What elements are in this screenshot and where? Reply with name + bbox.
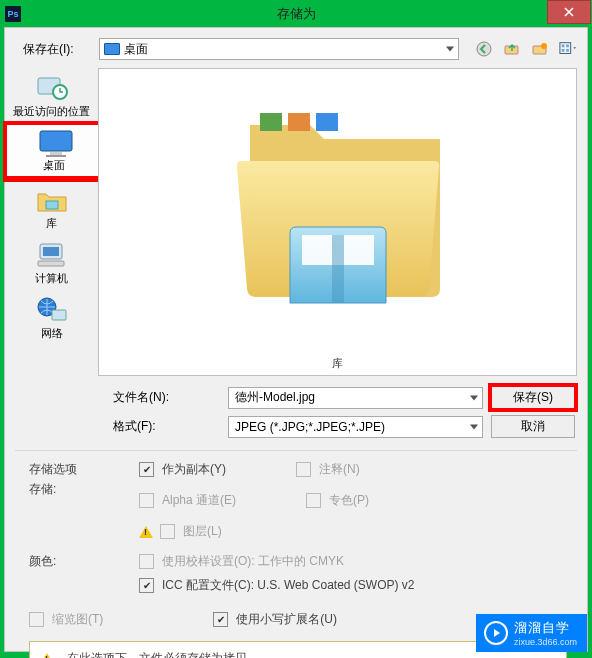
close-icon (564, 7, 574, 17)
libraries-large-icon (218, 77, 458, 317)
place-network[interactable]: 网络 (5, 292, 98, 347)
watermark-brand: 溜溜自学 (514, 620, 570, 635)
location-combo[interactable]: 桌面 (99, 38, 459, 60)
spot-label: 专色(P) (329, 492, 369, 509)
spot-checkbox (306, 493, 321, 508)
as-copy-checkbox[interactable]: ✔ (139, 462, 154, 477)
alpha-checkbox (139, 493, 154, 508)
save-in-label: 保存在(I): (23, 41, 93, 58)
close-button[interactable] (547, 0, 591, 24)
computer-icon (34, 241, 70, 269)
place-libraries[interactable]: 库 (5, 182, 98, 237)
new-folder-icon (532, 41, 548, 57)
svg-rect-12 (50, 152, 62, 155)
svg-rect-14 (46, 201, 58, 209)
svg-rect-16 (43, 247, 59, 256)
info-message: 在此选项下，文件必须存储为拷贝。 (67, 650, 259, 658)
layers-checkbox (160, 524, 175, 539)
svg-rect-5 (562, 45, 565, 48)
titlebar: Ps 存储为 (1, 1, 591, 27)
place-computer[interactable]: 计算机 (5, 237, 98, 292)
color-label: 颜色: (29, 553, 87, 601)
warning-icon (139, 526, 153, 538)
place-desktop-label: 桌面 (7, 158, 101, 173)
store-options-heading: 存储选项 (29, 461, 87, 478)
svg-rect-11 (40, 131, 72, 151)
place-network-label: 网络 (5, 326, 98, 341)
alpha-label: Alpha 通道(E) (162, 492, 236, 509)
layers-label: 图层(L) (183, 523, 222, 540)
filename-label: 文件名(N): (97, 389, 188, 406)
filename-input[interactable]: 德州-Model.jpg (228, 387, 483, 409)
store-label: 存储: (29, 481, 87, 498)
filename-value: 德州-Model.jpg (235, 389, 315, 406)
play-icon (484, 621, 508, 645)
location-value: 桌面 (124, 41, 148, 58)
network-icon (34, 296, 70, 324)
selected-item[interactable] (218, 69, 458, 320)
svg-rect-13 (46, 155, 66, 157)
file-browser-content[interactable]: 库 (98, 68, 577, 376)
svg-point-0 (477, 42, 491, 56)
recent-places-icon (34, 74, 70, 102)
svg-rect-22 (316, 113, 338, 131)
back-button[interactable] (475, 40, 493, 58)
libraries-icon (34, 186, 70, 214)
svg-point-3 (541, 43, 547, 49)
svg-rect-17 (38, 261, 64, 266)
format-combo[interactable]: JPEG (*.JPG;*.JPEG;*.JPE) (228, 416, 483, 438)
places-bar: 最近访问的位置 桌面 库 计算机 网络 (5, 66, 98, 376)
lowercase-ext-checkbox[interactable]: ✔ (213, 612, 228, 627)
format-value: JPEG (*.JPG;*.JPEG;*.JPE) (235, 420, 385, 434)
watermark-badge: 溜溜自学 zixue.3d66.com (476, 614, 587, 652)
format-label: 格式(F): (97, 418, 188, 435)
desktop-icon (36, 128, 76, 158)
app-icon: Ps (5, 6, 21, 22)
warning-icon (40, 653, 54, 659)
thumbnail-checkbox (29, 612, 44, 627)
svg-rect-19 (52, 310, 66, 320)
use-proof-checkbox (139, 554, 154, 569)
svg-rect-20 (260, 113, 282, 131)
icc-profile-checkbox[interactable]: ✔ (139, 578, 154, 593)
window-title: 存储为 (1, 5, 591, 23)
use-proof-label: 使用校样设置(O): 工作中的 CMYK (162, 553, 344, 570)
place-recent[interactable]: 最近访问的位置 (5, 70, 98, 125)
desktop-icon (104, 43, 120, 55)
chevron-down-icon (470, 424, 478, 429)
place-recent-label: 最近访问的位置 (5, 104, 98, 119)
as-copy-label: 作为副本(Y) (162, 461, 226, 478)
svg-rect-4 (560, 43, 571, 54)
watermark-url: zixue.3d66.com (514, 637, 577, 647)
svg-rect-24 (332, 235, 344, 303)
lowercase-ext-label: 使用小写扩展名(U) (236, 611, 337, 628)
folder-up-icon (504, 41, 520, 57)
chevron-down-icon (446, 47, 454, 52)
view-icon (559, 41, 577, 57)
view-menu-button[interactable] (559, 40, 577, 58)
svg-rect-21 (288, 113, 310, 131)
chevron-down-icon (470, 395, 478, 400)
notes-label: 注释(N) (319, 461, 360, 478)
icc-profile-label: ICC 配置文件(C): U.S. Web Coated (SWOP) v2 (162, 577, 415, 594)
place-computer-label: 计算机 (5, 271, 98, 286)
cancel-button[interactable]: 取消 (491, 415, 575, 438)
thumbnail-label: 缩览图(T) (52, 611, 103, 628)
svg-rect-8 (566, 49, 569, 52)
back-icon (476, 41, 492, 57)
new-folder-button[interactable] (531, 40, 549, 58)
selected-item-label: 库 (332, 356, 343, 375)
save-button[interactable]: 保存(S) (491, 386, 575, 409)
place-libraries-label: 库 (5, 216, 98, 231)
notes-checkbox (296, 462, 311, 477)
up-one-level-button[interactable] (503, 40, 521, 58)
place-desktop[interactable]: 桌面 (3, 121, 105, 182)
svg-rect-7 (562, 49, 565, 52)
svg-rect-6 (566, 45, 569, 48)
